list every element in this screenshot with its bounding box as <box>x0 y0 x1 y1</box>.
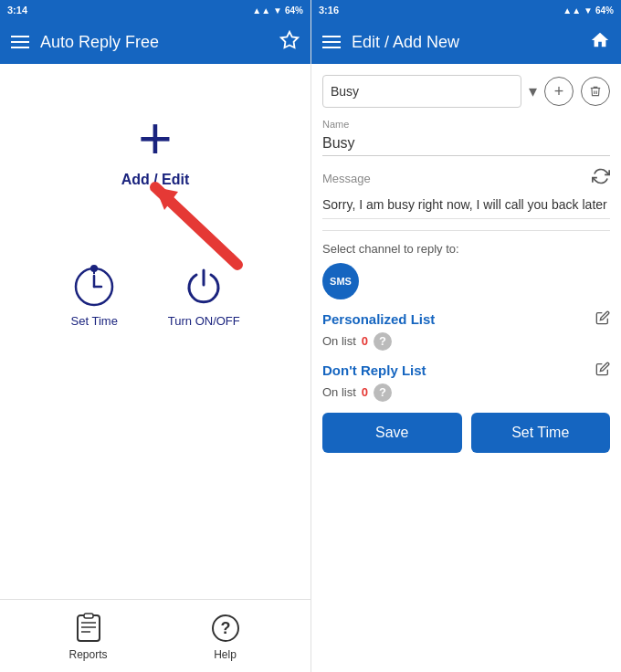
personalized-list-edit-icon[interactable] <box>595 310 610 329</box>
divider <box>322 230 610 231</box>
left-main-content: + Add / Edit <box>0 64 310 599</box>
dont-reply-on-list-label: On list <box>322 385 356 399</box>
personalized-list-row: Personalized List <box>322 310 610 329</box>
left-battery: 64% <box>285 5 303 16</box>
right-panel: 3:16 ▲▲ ▼ 64% Edit / Add New Busy ▾ + <box>310 0 621 672</box>
left-time: 3:14 <box>7 5 27 16</box>
add-profile-button[interactable]: + <box>544 77 574 106</box>
right-form-content: Busy ▾ + Name Message <box>311 64 621 672</box>
set-time-button[interactable]: Set Time <box>70 261 118 328</box>
dont-reply-list-info: On list 0 ? <box>322 383 610 402</box>
message-label: Message <box>322 172 371 185</box>
left-menu-icon[interactable] <box>11 36 29 48</box>
right-app-bar: Edit / Add New <box>311 20 621 64</box>
turn-on-off-label: Turn ON/OFF <box>168 314 240 328</box>
right-battery: 64% <box>595 5 614 16</box>
right-signal-icon: ▲▲ <box>563 5 581 16</box>
dropdown-chevron-icon: ▾ <box>529 81 537 101</box>
personalized-help-icon[interactable]: ? <box>374 332 392 351</box>
right-status-bar: 3:16 ▲▲ ▼ 64% <box>311 0 621 20</box>
left-footer: Reports ? Help <box>0 599 310 672</box>
dont-reply-help-icon[interactable]: ? <box>374 383 392 402</box>
sms-channel-badge[interactable]: SMS <box>322 263 359 299</box>
save-button[interactable]: Save <box>322 413 462 453</box>
personalized-list-title: Personalized List <box>322 311 435 327</box>
left-app-title: Auto Reply Free <box>40 33 268 52</box>
set-time-label: Set Time <box>71 314 118 328</box>
personalized-list-info: On list 0 ? <box>322 332 610 351</box>
right-menu-icon[interactable] <box>322 36 341 48</box>
dont-reply-list-edit-icon[interactable] <box>595 362 610 380</box>
left-action-icon[interactable] <box>279 30 300 55</box>
help-footer-item[interactable]: ? Help <box>209 612 242 661</box>
left-signal-icon: ▲▲ <box>252 5 270 16</box>
refresh-icon[interactable] <box>592 167 610 189</box>
right-time: 3:16 <box>319 5 339 16</box>
reports-label: Reports <box>68 648 107 661</box>
svg-rect-9 <box>78 615 100 641</box>
right-home-icon[interactable] <box>590 30 610 55</box>
name-field-group: Name <box>322 119 610 167</box>
left-app-bar: Auto Reply Free <box>0 20 310 64</box>
message-text: Sorry, I am busy right now, I will call … <box>322 193 610 219</box>
left-panel: 3:14 ▲▲ ▼ 64% Auto Reply Free + Add / Ed… <box>0 0 310 672</box>
left-wifi-icon: ▼ <box>273 5 282 16</box>
right-wifi-icon: ▼ <box>584 5 593 16</box>
name-input[interactable] <box>322 131 610 156</box>
message-field-group: Message Sorry, I am busy right now, I wi… <box>322 167 610 219</box>
left-status-icons: ▲▲ ▼ 64% <box>252 5 303 16</box>
delete-profile-button[interactable] <box>581 77 610 106</box>
dont-reply-list-row: Don't Reply List <box>322 362 610 380</box>
profile-select[interactable]: Busy <box>322 75 521 108</box>
set-time-button-right[interactable]: Set Time <box>471 413 611 453</box>
personalized-list-count: 0 <box>362 334 368 348</box>
right-app-title: Edit / Add New <box>352 33 579 52</box>
help-label: Help <box>214 648 237 661</box>
dont-reply-list-count: 0 <box>362 385 368 399</box>
left-status-bar: 3:14 ▲▲ ▼ 64% <box>0 0 310 20</box>
profile-dropdown-row: Busy ▾ + <box>322 75 610 108</box>
name-label: Name <box>322 119 610 130</box>
add-edit-plus-icon: + <box>138 110 172 168</box>
right-status-icons: ▲▲ ▼ 64% <box>563 5 614 16</box>
svg-text:?: ? <box>220 619 230 637</box>
message-header: Message <box>322 167 610 189</box>
action-buttons: Save Set Time <box>322 413 610 453</box>
channel-label: Select channel to reply to: <box>322 242 610 256</box>
dont-reply-list-title: Don't Reply List <box>322 362 426 378</box>
reports-footer-item[interactable]: Reports <box>68 612 107 661</box>
arrow-indicator <box>128 164 237 274</box>
personalized-on-list-label: On list <box>322 334 356 348</box>
svg-rect-13 <box>84 614 93 618</box>
